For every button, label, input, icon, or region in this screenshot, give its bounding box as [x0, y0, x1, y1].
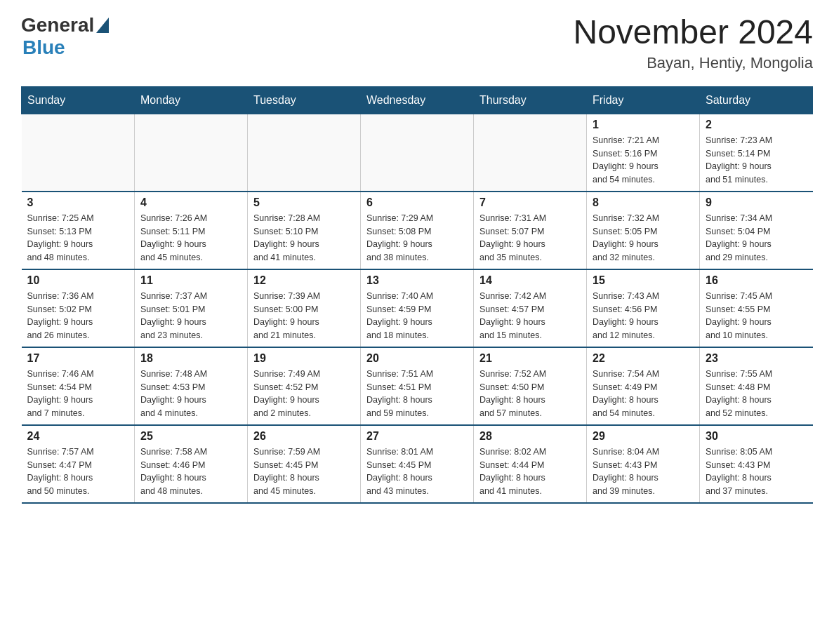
calendar-cell: 2Sunrise: 7:23 AM Sunset: 5:14 PM Daylig… [700, 114, 813, 192]
calendar-week-4: 17Sunrise: 7:46 AM Sunset: 4:54 PM Dayli… [22, 347, 813, 425]
day-number: 17 [27, 352, 129, 365]
calendar-cell: 20Sunrise: 7:51 AM Sunset: 4:51 PM Dayli… [361, 347, 474, 425]
day-info: Sunrise: 7:39 AM Sunset: 5:00 PM Dayligh… [253, 290, 355, 342]
day-number: 24 [27, 430, 129, 443]
day-number: 30 [706, 430, 807, 443]
day-number: 2 [706, 119, 807, 131]
calendar-cell: 22Sunrise: 7:54 AM Sunset: 4:49 PM Dayli… [587, 347, 700, 425]
day-info: Sunrise: 8:02 AM Sunset: 4:44 PM Dayligh… [479, 445, 581, 498]
day-info: Sunrise: 7:23 AM Sunset: 5:14 PM Dayligh… [706, 134, 807, 187]
calendar-cell: 5Sunrise: 7:28 AM Sunset: 5:10 PM Daylig… [248, 192, 361, 269]
day-number: 20 [366, 352, 468, 365]
day-number: 5 [253, 196, 355, 209]
day-info: Sunrise: 8:04 AM Sunset: 4:43 PM Dayligh… [593, 445, 694, 498]
calendar-cell: 28Sunrise: 8:02 AM Sunset: 4:44 PM Dayli… [474, 425, 587, 503]
calendar-cell: 4Sunrise: 7:26 AM Sunset: 5:11 PM Daylig… [135, 192, 248, 269]
calendar-cell: 6Sunrise: 7:29 AM Sunset: 5:08 PM Daylig… [361, 192, 474, 269]
calendar-cell [474, 114, 587, 192]
calendar-cell: 8Sunrise: 7:32 AM Sunset: 5:05 PM Daylig… [587, 192, 700, 269]
weekday-header-wednesday: Wednesday [361, 86, 474, 114]
calendar-cell: 24Sunrise: 7:57 AM Sunset: 4:47 PM Dayli… [22, 425, 135, 503]
day-number: 27 [366, 430, 468, 443]
calendar-cell: 30Sunrise: 8:05 AM Sunset: 4:43 PM Dayli… [700, 425, 813, 503]
day-info: Sunrise: 7:45 AM Sunset: 4:55 PM Dayligh… [706, 290, 807, 342]
header: General Blue November 2024 Bayan, Hentiy… [21, 14, 813, 72]
weekday-header-row: SundayMondayTuesdayWednesdayThursdayFrid… [22, 86, 813, 114]
weekday-header-friday: Friday [587, 86, 700, 114]
calendar-table: SundayMondayTuesdayWednesdayThursdayFrid… [21, 86, 813, 504]
calendar-cell [248, 114, 361, 192]
calendar-cell: 26Sunrise: 7:59 AM Sunset: 4:45 PM Dayli… [248, 425, 361, 503]
day-number: 13 [366, 274, 468, 287]
calendar-cell: 15Sunrise: 7:43 AM Sunset: 4:56 PM Dayli… [587, 269, 700, 347]
day-number: 14 [479, 274, 581, 287]
day-number: 25 [140, 430, 241, 443]
calendar-cell [361, 114, 474, 192]
calendar-cell: 16Sunrise: 7:45 AM Sunset: 4:55 PM Dayli… [700, 269, 813, 347]
day-info: Sunrise: 7:51 AM Sunset: 4:51 PM Dayligh… [366, 368, 468, 420]
logo-general-text: General [21, 14, 94, 36]
calendar-cell: 25Sunrise: 7:58 AM Sunset: 4:46 PM Dayli… [135, 425, 248, 503]
day-info: Sunrise: 7:34 AM Sunset: 5:04 PM Dayligh… [706, 212, 807, 264]
day-number: 15 [593, 274, 694, 287]
day-number: 10 [27, 274, 129, 287]
day-number: 12 [253, 274, 355, 287]
day-number: 28 [479, 430, 581, 443]
day-number: 21 [479, 352, 581, 365]
day-info: Sunrise: 7:55 AM Sunset: 4:48 PM Dayligh… [706, 368, 807, 420]
calendar-week-5: 24Sunrise: 7:57 AM Sunset: 4:47 PM Dayli… [22, 425, 813, 503]
logo: General Blue [21, 14, 109, 59]
calendar-cell: 11Sunrise: 7:37 AM Sunset: 5:01 PM Dayli… [135, 269, 248, 347]
calendar-cell: 14Sunrise: 7:42 AM Sunset: 4:57 PM Dayli… [474, 269, 587, 347]
day-number: 22 [593, 352, 694, 365]
day-number: 3 [27, 196, 129, 209]
calendar-cell: 1Sunrise: 7:21 AM Sunset: 5:16 PM Daylig… [587, 114, 700, 192]
calendar-week-3: 10Sunrise: 7:36 AM Sunset: 5:02 PM Dayli… [22, 269, 813, 347]
calendar-cell [22, 114, 135, 192]
calendar-cell: 27Sunrise: 8:01 AM Sunset: 4:45 PM Dayli… [361, 425, 474, 503]
day-info: Sunrise: 8:05 AM Sunset: 4:43 PM Dayligh… [706, 445, 807, 498]
calendar-cell: 29Sunrise: 8:04 AM Sunset: 4:43 PM Dayli… [587, 425, 700, 503]
day-number: 11 [140, 274, 241, 287]
calendar-cell: 17Sunrise: 7:46 AM Sunset: 4:54 PM Dayli… [22, 347, 135, 425]
day-info: Sunrise: 7:52 AM Sunset: 4:50 PM Dayligh… [479, 368, 581, 420]
calendar-cell: 13Sunrise: 7:40 AM Sunset: 4:59 PM Dayli… [361, 269, 474, 347]
day-info: Sunrise: 7:59 AM Sunset: 4:45 PM Dayligh… [253, 445, 355, 498]
calendar-week-2: 3Sunrise: 7:25 AM Sunset: 5:13 PM Daylig… [22, 192, 813, 269]
weekday-header-thursday: Thursday [474, 86, 587, 114]
calendar-cell: 19Sunrise: 7:49 AM Sunset: 4:52 PM Dayli… [248, 347, 361, 425]
day-info: Sunrise: 7:32 AM Sunset: 5:05 PM Dayligh… [593, 212, 694, 264]
calendar-cell: 21Sunrise: 7:52 AM Sunset: 4:50 PM Dayli… [474, 347, 587, 425]
day-info: Sunrise: 7:40 AM Sunset: 4:59 PM Dayligh… [366, 290, 468, 342]
day-info: Sunrise: 7:21 AM Sunset: 5:16 PM Dayligh… [593, 134, 694, 187]
day-info: Sunrise: 7:54 AM Sunset: 4:49 PM Dayligh… [593, 368, 694, 420]
calendar-cell: 10Sunrise: 7:36 AM Sunset: 5:02 PM Dayli… [22, 269, 135, 347]
day-info: Sunrise: 8:01 AM Sunset: 4:45 PM Dayligh… [366, 445, 468, 498]
calendar-cell: 7Sunrise: 7:31 AM Sunset: 5:07 PM Daylig… [474, 192, 587, 269]
calendar-cell: 9Sunrise: 7:34 AM Sunset: 5:04 PM Daylig… [700, 192, 813, 269]
day-number: 9 [706, 196, 807, 209]
day-number: 16 [706, 274, 807, 287]
calendar-cell [135, 114, 248, 192]
location-subtitle: Bayan, Hentiy, Mongolia [573, 54, 813, 72]
calendar-week-1: 1Sunrise: 7:21 AM Sunset: 5:16 PM Daylig… [22, 114, 813, 192]
day-info: Sunrise: 7:31 AM Sunset: 5:07 PM Dayligh… [479, 212, 581, 264]
day-info: Sunrise: 7:58 AM Sunset: 4:46 PM Dayligh… [140, 445, 241, 498]
day-number: 6 [366, 196, 468, 209]
month-year-title: November 2024 [573, 14, 813, 51]
day-info: Sunrise: 7:29 AM Sunset: 5:08 PM Dayligh… [366, 212, 468, 264]
day-number: 7 [479, 196, 581, 209]
day-number: 4 [140, 196, 241, 209]
logo-triangle-icon [96, 18, 109, 33]
day-info: Sunrise: 7:36 AM Sunset: 5:02 PM Dayligh… [27, 290, 129, 342]
title-area: November 2024 Bayan, Hentiy, Mongolia [573, 14, 813, 72]
day-number: 8 [593, 196, 694, 209]
day-info: Sunrise: 7:26 AM Sunset: 5:11 PM Dayligh… [140, 212, 241, 264]
day-info: Sunrise: 7:28 AM Sunset: 5:10 PM Dayligh… [253, 212, 355, 264]
weekday-header-tuesday: Tuesday [248, 86, 361, 114]
day-number: 26 [253, 430, 355, 443]
day-info: Sunrise: 7:37 AM Sunset: 5:01 PM Dayligh… [140, 290, 241, 342]
day-info: Sunrise: 7:57 AM Sunset: 4:47 PM Dayligh… [27, 445, 129, 498]
day-number: 23 [706, 352, 807, 365]
weekday-header-monday: Monday [135, 86, 248, 114]
